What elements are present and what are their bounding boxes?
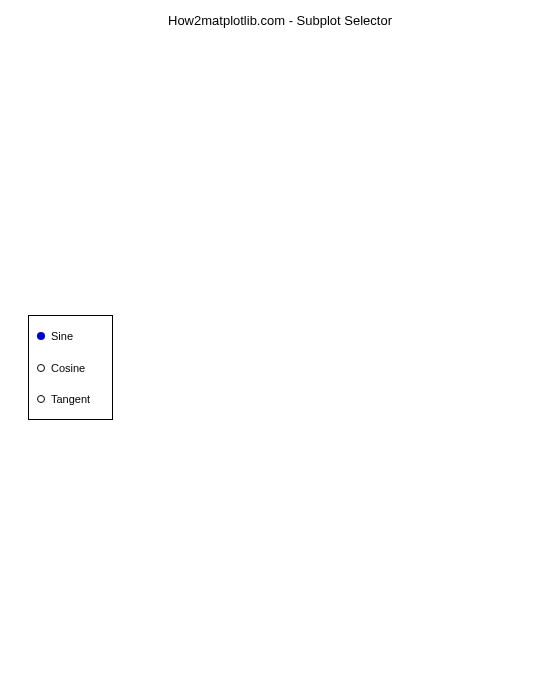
radio-label: Tangent	[51, 393, 90, 405]
radio-circle-icon	[37, 395, 45, 403]
radio-label: Cosine	[51, 362, 85, 374]
radio-item-cosine[interactable]: Cosine	[37, 362, 104, 374]
radio-circle-icon	[37, 332, 45, 340]
radio-panel: Sine Cosine Tangent	[28, 315, 113, 420]
radio-circle-icon	[37, 364, 45, 372]
page-title: How2matplotlib.com - Subplot Selector	[0, 13, 560, 28]
radio-label: Sine	[51, 330, 73, 342]
radio-item-tangent[interactable]: Tangent	[37, 393, 104, 405]
radio-item-sine[interactable]: Sine	[37, 330, 104, 342]
